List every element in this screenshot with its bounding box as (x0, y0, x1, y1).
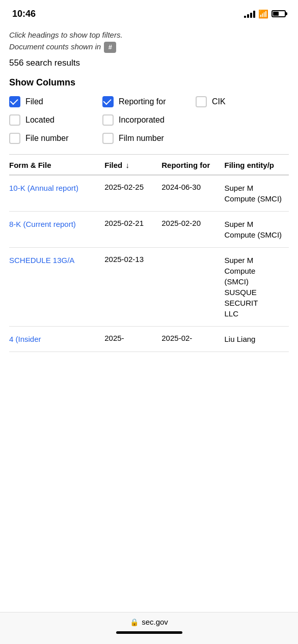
checkbox-cik[interactable] (196, 96, 207, 107)
checkbox-file-number[interactable] (9, 133, 20, 144)
column-option-film-number[interactable]: Film number (102, 133, 196, 144)
entity-3: Liu Liang (221, 326, 289, 352)
column-label-film-number: Film number (119, 134, 164, 143)
column-label-file-number: File number (25, 134, 68, 143)
column-label-reporting: Reporting for (119, 97, 166, 106)
lock-icon: 🔒 (130, 618, 139, 626)
header-form[interactable]: Form & File (9, 155, 100, 175)
reporting-date-2 (157, 247, 220, 326)
results-table: Form & File Filed ↓ Reporting for Filing… (9, 155, 289, 352)
status-icons: 📶 (244, 9, 286, 19)
table-row: 8-K (Current report) 2025-02-21 2025-02-… (9, 211, 289, 247)
filed-date-2: 2025-02-13 (100, 247, 157, 326)
column-option-located[interactable]: Located (9, 114, 102, 126)
reporting-date-1: 2025-02-20 (157, 211, 220, 247)
header-entity[interactable]: Filing entity/p (221, 155, 289, 175)
checkbox-incorporated[interactable] (102, 114, 114, 126)
sort-arrow-filed: ↓ (125, 161, 129, 169)
filed-date-3: 2025- (100, 326, 157, 352)
form-link-schedule13ga[interactable]: SCHEDULE 13G/A (9, 256, 74, 265)
entity-1: Super M Compute (SMCI) (221, 211, 289, 247)
url-text: sec.gov (142, 618, 168, 626)
entity-2: Super MCompute(SMCI)SUSQUESECURITLLC (221, 247, 289, 326)
header-filed[interactable]: Filed ↓ (100, 155, 157, 175)
main-content: Click headings to show top filters. Docu… (0, 25, 298, 352)
status-time: 10:46 (12, 9, 36, 19)
signal-icon (244, 10, 255, 18)
entity-0: Super M Compute (SMCI) (221, 175, 289, 212)
checkbox-filed[interactable] (9, 96, 20, 107)
column-option-incorporated[interactable]: Incorporated (102, 114, 196, 126)
table-row: 4 (Insider 2025- 2025-02- Liu Liang (9, 326, 289, 352)
column-label-filed: Filed (25, 97, 43, 106)
form-link-10k[interactable]: 10-K (Annual report) (9, 184, 78, 192)
show-columns-title: Show Columns (9, 77, 289, 88)
column-option-cik[interactable]: CIK (196, 96, 289, 107)
form-link-4[interactable]: 4 (Insider (9, 335, 41, 343)
columns-grid: Filed Reporting for CIK Located Incorpor… (9, 96, 289, 144)
url-bar: 🔒 sec.gov (130, 618, 168, 626)
filed-date-0: 2025-02-25 (100, 175, 157, 212)
column-label-cik: CIK (212, 97, 226, 106)
filed-date-1: 2025-02-21 (100, 211, 157, 247)
table-header-row: Form & File Filed ↓ Reporting for Filing… (9, 155, 289, 175)
column-label-located: Located (25, 115, 55, 125)
home-indicator (116, 631, 182, 634)
checkbox-located[interactable] (9, 114, 20, 126)
results-count: 556 search results (9, 58, 289, 68)
wifi-icon: 📶 (258, 9, 268, 19)
table-row: SCHEDULE 13G/A 2025-02-13 Super MCompute… (9, 247, 289, 326)
table-row: 10-K (Annual report) 2025-02-25 2024-06-… (9, 175, 289, 212)
column-option-reporting[interactable]: Reporting for (102, 96, 196, 107)
reporting-date-3: 2025-02- (157, 326, 220, 352)
battery-icon (272, 10, 286, 17)
reporting-date-0: 2024-06-30 (157, 175, 220, 212)
hash-badge: # (104, 42, 116, 53)
header-reporting[interactable]: Reporting for (157, 155, 220, 175)
column-option-filed[interactable]: Filed (9, 96, 102, 107)
form-link-8k[interactable]: 8-K (Current report) (9, 220, 76, 228)
bottom-bar: 🔒 sec.gov (0, 612, 298, 644)
hint-text: Click headings to show top filters. Docu… (9, 30, 289, 53)
checkbox-film-number[interactable] (102, 133, 114, 144)
column-option-file-number[interactable]: File number (9, 133, 102, 144)
column-label-incorporated: Incorporated (119, 115, 165, 125)
status-bar: 10:46 📶 (0, 0, 298, 25)
checkbox-reporting[interactable] (102, 96, 114, 107)
